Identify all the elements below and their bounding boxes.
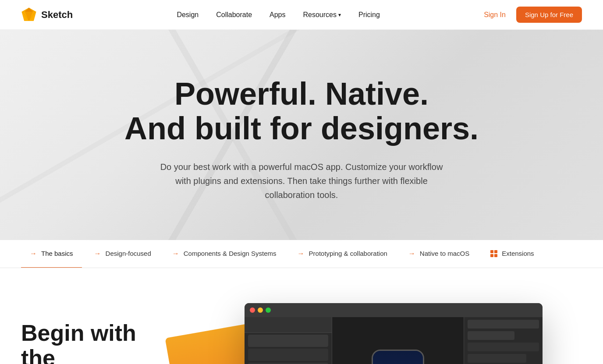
nav-pricing[interactable]: Pricing (358, 11, 380, 19)
arrow-icon: → (172, 250, 179, 258)
arrow-icon: → (408, 250, 415, 258)
nav-design[interactable]: Design (177, 11, 199, 19)
logo-text: Sketch (41, 9, 73, 21)
logo-link[interactable]: Sketch (21, 7, 73, 23)
hero-subtitle: Do your best work with a powerful macOS … (157, 160, 446, 202)
tab-prototyping[interactable]: → Prototyping & collaboration (289, 240, 396, 268)
sketch-logo-icon (21, 7, 37, 23)
tabs-bar: → The basics → Design-focused → Componen… (0, 240, 603, 268)
phone-mockup: ♥ YOUR TRIPS (372, 350, 424, 364)
sidebar-header (245, 317, 332, 333)
app-titlebar (245, 303, 543, 317)
sidebar-item (248, 349, 328, 361)
signup-button[interactable]: Sign Up for Free (516, 7, 582, 23)
inspector-row (468, 354, 526, 363)
hero-title: Powerful. Native. And built for designer… (124, 77, 479, 146)
phone-screen: ♥ YOUR TRIPS (373, 351, 423, 364)
svg-marker-2 (21, 11, 36, 21)
close-button-dot (250, 307, 255, 313)
tab-components[interactable]: → Components & Design Systems (163, 240, 285, 268)
tab-basics[interactable]: → The basics (21, 240, 82, 268)
inspector-row (468, 320, 539, 329)
sign-in-link[interactable]: Sign In (484, 11, 506, 19)
app-sidebar (245, 317, 332, 364)
app-canvas: ♥ YOUR TRIPS (332, 317, 464, 364)
tab-native-macos[interactable]: → Native to macOS (400, 240, 478, 268)
navigation: Sketch Design Collaborate Apps Resources… (0, 0, 603, 30)
tab-extensions[interactable]: Extensions (482, 240, 543, 268)
inspector-row (468, 331, 514, 340)
minimize-button-dot (258, 307, 263, 313)
hero-section: Powerful. Native. And built for designer… (0, 30, 603, 240)
arrow-icon: → (298, 250, 305, 258)
nav-collaborate[interactable]: Collaborate (216, 11, 252, 19)
nav-links: Design Collaborate Apps Resources ▾ Pric… (177, 11, 380, 19)
section-title: Begin with the basics (21, 321, 170, 364)
app-inspector (464, 317, 543, 364)
maximize-button-dot (266, 307, 271, 313)
content-section: Begin with the basics (0, 268, 603, 364)
app-screenshot-area: ♥ YOUR TRIPS (205, 303, 582, 364)
chevron-down-icon: ▾ (338, 12, 341, 18)
arrow-icon: → (94, 250, 101, 258)
grid-icon (490, 250, 497, 257)
sidebar-item (248, 335, 328, 347)
nav-apps[interactable]: Apps (270, 11, 285, 19)
arrow-icon: → (30, 250, 37, 258)
tab-design-focused[interactable]: → Design-focused (85, 240, 160, 268)
inspector-row (468, 343, 539, 351)
app-window-wrapper: ♥ YOUR TRIPS (245, 303, 543, 364)
nav-resources[interactable]: Resources ▾ (303, 11, 341, 19)
app-content: ♥ YOUR TRIPS (245, 317, 543, 364)
nav-actions: Sign In Sign Up for Free (484, 7, 582, 23)
sketch-app-window: ♥ YOUR TRIPS (245, 303, 543, 364)
section-text: Begin with the basics (21, 303, 170, 364)
